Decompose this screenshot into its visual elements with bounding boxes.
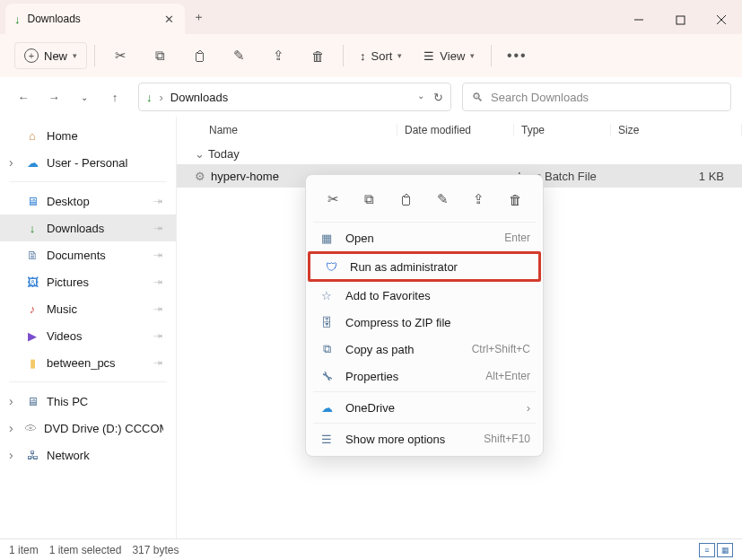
dvd-icon: 💿︎ — [25, 421, 37, 435]
open-icon: ▦ — [319, 232, 335, 245]
col-date[interactable]: Date modified — [397, 124, 514, 136]
onedrive-icon: ☁ — [319, 401, 335, 415]
recent-button[interactable]: ⌄ — [72, 84, 97, 109]
ctx-onedrive[interactable]: ☁ OneDrive › — [306, 394, 543, 421]
search-box[interactable]: 🔍︎ Search Downloads — [462, 83, 731, 111]
chevron-down-icon: ▾ — [470, 51, 475, 60]
ctx-rename-button[interactable]: ✎ — [429, 186, 456, 213]
close-icon — [716, 14, 727, 25]
statusbar: 1 item 1 item selected 317 bytes ≡ ▦ — [0, 538, 742, 560]
sidebar-music[interactable]: ♪Music📌︎ — [0, 295, 176, 322]
download-icon: ↓ — [146, 91, 153, 104]
ctx-compress[interactable]: 🗄︎ Compress to ZIP file — [306, 309, 543, 336]
star-icon: ☆ — [319, 289, 335, 302]
back-button[interactable]: ← — [11, 84, 36, 109]
view-button[interactable]: ☰ View ▾ — [415, 49, 484, 63]
ctx-paste-button[interactable]: 📋︎ — [393, 186, 420, 213]
close-tab-icon[interactable]: ✕ — [161, 13, 176, 26]
sidebar-dvd[interactable]: 💿︎DVD Drive (D:) CCCOMA_X6 — [0, 415, 176, 442]
pin-icon: 📌︎ — [151, 275, 165, 289]
share-button[interactable]: ⇪ — [260, 39, 296, 72]
col-size[interactable]: Size — [611, 124, 742, 136]
ctx-share-button[interactable]: ⇪ — [466, 186, 493, 213]
more-icon: ☰ — [319, 433, 335, 446]
address-bar[interactable]: ↓ › Downloads ⌄ ↻ — [138, 83, 451, 111]
minimize-button[interactable] — [618, 5, 659, 34]
delete-button[interactable]: 🗑︎ — [300, 39, 336, 72]
chevron-down-icon: ▾ — [73, 51, 77, 60]
rename-button[interactable]: ✎ — [221, 39, 257, 72]
cloud-icon: ☁ — [25, 155, 39, 170]
batch-file-icon: ⚙ — [195, 170, 205, 183]
minimize-icon — [633, 14, 644, 25]
group-today[interactable]: ⌄ Today — [177, 144, 742, 164]
ctx-favorites[interactable]: ☆ Add to Favorites — [306, 282, 543, 309]
sidebar-downloads[interactable]: ↓Downloads📌︎ — [0, 214, 176, 241]
column-headers: Name Date modified Type Size — [177, 117, 742, 144]
ctx-cut-button[interactable]: ✂ — [319, 186, 346, 213]
view-label: View — [440, 49, 465, 63]
forward-button[interactable]: → — [41, 84, 66, 109]
sidebar: ⌂Home ☁User - Personal 🖥︎Desktop📌︎ ↓Down… — [0, 117, 176, 538]
zip-icon: 🗄︎ — [319, 316, 335, 329]
titlebar: ↓ Downloads ✕ ＋ — [0, 0, 742, 34]
pictures-icon: 🖼︎ — [25, 275, 39, 289]
pin-icon: 📌︎ — [151, 194, 165, 208]
separator — [9, 381, 167, 382]
col-type[interactable]: Type — [514, 124, 611, 136]
sidebar-desktop[interactable]: 🖥︎Desktop📌︎ — [0, 188, 176, 214]
download-icon: ↓ — [25, 221, 39, 235]
new-tab-button[interactable]: ＋ — [185, 9, 212, 25]
tab-title: Downloads — [28, 13, 155, 25]
separator — [343, 45, 344, 66]
properties-icon: 🔧︎ — [319, 370, 335, 383]
more-button[interactable]: ••• — [499, 39, 535, 72]
ctx-properties[interactable]: 🔧︎ Properties Alt+Enter — [306, 363, 543, 389]
up-button[interactable]: ↑ — [102, 84, 127, 109]
copy-button[interactable]: ⧉ — [142, 39, 178, 72]
ctx-open[interactable]: ▦ Open Enter — [306, 224, 543, 251]
separator — [313, 423, 536, 424]
pin-icon: 📌︎ — [151, 248, 165, 262]
tab-downloads[interactable]: ↓ Downloads ✕ — [5, 4, 185, 34]
item-count: 1 item — [9, 544, 39, 556]
sidebar-this-pc[interactable]: 🖥︎This PC — [0, 388, 176, 415]
paste-button[interactable]: 📋︎ — [181, 39, 217, 72]
chevron-down-icon: ▾ — [397, 51, 402, 60]
ctx-copy-button[interactable]: ⧉ — [356, 186, 383, 213]
sidebar-home[interactable]: ⌂Home — [0, 122, 176, 149]
ctx-delete-button[interactable]: 🗑︎ — [502, 186, 529, 213]
file-size: 1 KB — [611, 170, 742, 183]
maximize-icon — [676, 15, 685, 25]
sidebar-videos[interactable]: ▶Videos📌︎ — [0, 322, 176, 349]
sort-button[interactable]: ↕ Sort ▾ — [351, 49, 411, 63]
separator — [313, 391, 536, 392]
file-name: hyperv-home — [211, 170, 279, 183]
new-button[interactable]: + New ▾ — [14, 42, 87, 69]
close-window-button[interactable] — [701, 5, 742, 34]
maximize-button[interactable] — [659, 5, 701, 34]
folder-icon: ▮ — [25, 355, 39, 370]
sidebar-documents[interactable]: 🗎Documents📌︎ — [0, 241, 176, 268]
new-label: New — [44, 49, 67, 63]
sidebar-user[interactable]: ☁User - Personal — [0, 149, 176, 176]
sidebar-network[interactable]: 🖧Network — [0, 442, 176, 468]
chevron-down-icon[interactable]: ⌄ — [417, 91, 424, 104]
separator — [94, 45, 95, 66]
ctx-copy-path[interactable]: ⧉ Copy as path Ctrl+Shift+C — [306, 336, 543, 363]
sidebar-pictures[interactable]: 🖼︎Pictures📌︎ — [0, 268, 176, 295]
sidebar-between-pcs[interactable]: ▮between_pcs📌︎ — [0, 349, 176, 376]
ctx-run-admin[interactable]: 🛡︎ Run as administrator — [308, 251, 541, 282]
refresh-button[interactable]: ↻ — [433, 91, 443, 104]
pin-icon: 📌︎ — [151, 355, 165, 370]
col-name[interactable]: Name — [202, 124, 397, 136]
chevron-down-icon: ⌄ — [195, 147, 205, 161]
desktop-icon: 🖥︎ — [25, 194, 39, 208]
tiles-view-button[interactable]: ▦ — [717, 543, 733, 557]
ctx-more-options[interactable]: ☰ Show more options Shift+F10 — [306, 425, 543, 452]
separator — [313, 222, 536, 223]
pin-icon: 📌︎ — [151, 328, 165, 343]
pin-icon: 📌︎ — [151, 221, 165, 235]
cut-button[interactable]: ✂ — [102, 39, 138, 72]
details-view-button[interactable]: ≡ — [699, 543, 715, 557]
